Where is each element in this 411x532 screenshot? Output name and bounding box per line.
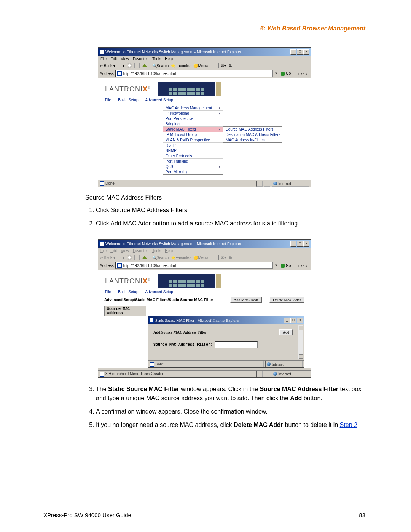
ie-menubar[interactable]: File Edit View Favorites Tools Help	[98, 56, 311, 62]
source-mac-filter-input[interactable]	[215, 341, 258, 348]
refresh-icon[interactable]	[134, 63, 140, 68]
ie-addressbar: Address http://192.168.1.10/frames.html …	[98, 69, 311, 78]
lantronix-logo: LANTRONIX®	[105, 85, 150, 93]
step-2-link[interactable]: Step 2	[340, 422, 357, 428]
stop-icon[interactable]	[127, 255, 132, 260]
maximize-button[interactable]: □	[297, 49, 303, 55]
submenu-source-mac-filters[interactable]: Source MAC Address Filters	[223, 127, 282, 132]
nav-basic-setup[interactable]: Basic Setup	[118, 290, 138, 294]
media-button[interactable]: 🟡Media	[193, 64, 208, 68]
close-button[interactable]: ×	[303, 241, 309, 247]
screenshot-1: Welcome to Ethernet Networks Switch Mana…	[43, 47, 365, 187]
menu-static-mac-filters[interactable]: Static MAC Filters	[163, 127, 223, 132]
forward-button[interactable]: → ▾	[118, 256, 124, 260]
menu-view[interactable]: View	[121, 57, 129, 61]
menu-file[interactable]: File	[100, 57, 107, 61]
menu-favorites[interactable]: Favorites	[133, 249, 148, 253]
menu-tools[interactable]: Tools	[152, 57, 161, 61]
address-input[interactable]: http://192.168.1.10/frames.html	[115, 262, 273, 269]
search-button[interactable]: 🔍Search	[152, 256, 169, 260]
menu-snmp[interactable]: SNMP	[163, 148, 223, 153]
history-icon[interactable]	[211, 63, 216, 68]
column-header-source-mac: Source MAC Address	[104, 306, 146, 316]
menu-other-protocols[interactable]: Other Protocols	[163, 153, 223, 159]
favorites-button[interactable]: ⭐Favorites	[171, 64, 191, 68]
print-icon[interactable]: 🖶	[228, 64, 232, 68]
ie-titlebar: Welcome to Ethernet Networks Switch Mana…	[98, 48, 311, 56]
menu-view[interactable]: View	[121, 249, 129, 253]
go-button[interactable]: Go	[279, 264, 292, 268]
address-input[interactable]: http://192.168.1.10/frames.html	[115, 70, 273, 77]
menu-help[interactable]: Help	[165, 57, 173, 61]
status-zone: Internet	[272, 181, 309, 187]
maximize-button[interactable]: □	[290, 318, 296, 323]
add-mac-addr-button[interactable]: Add MAC Addr	[230, 297, 262, 303]
menu-qos[interactable]: QoS	[163, 164, 223, 169]
menu-rstp[interactable]: RSTP	[163, 143, 223, 148]
screenshot-2: Welcome to Ethernet Networks Switch Mana…	[43, 239, 365, 378]
media-button[interactable]: 🟡Media	[193, 256, 208, 260]
globe-icon	[267, 362, 271, 366]
menu-mac-address-management[interactable]: MAC Address Management	[163, 105, 223, 111]
home-icon[interactable]	[142, 64, 147, 67]
menu-file[interactable]: File	[100, 249, 107, 253]
minimize-button[interactable]: _	[290, 49, 296, 55]
submenu-dest-mac-filters[interactable]: Destination MAC Address Filters	[223, 132, 282, 137]
nav-advanced-setup[interactable]: Advanced Setup	[145, 98, 173, 102]
menu-favorites[interactable]: Favorites	[133, 57, 148, 61]
back-button[interactable]: ⇦ Back ▾	[100, 256, 115, 260]
maximize-button[interactable]: □	[297, 241, 303, 247]
minimize-button[interactable]: _	[284, 318, 290, 323]
print-icon[interactable]: 🖶	[228, 256, 232, 260]
links-button[interactable]: Links »	[294, 264, 309, 268]
step-list-1: Click Source MAC Address Filters. Click …	[85, 206, 365, 228]
forward-button[interactable]: → ▾	[118, 64, 124, 68]
nav-basic-setup[interactable]: Basic Setup	[118, 98, 138, 102]
menu-edit[interactable]: Edit	[110, 249, 117, 253]
search-button[interactable]: 🔍Search	[152, 64, 169, 68]
add-button[interactable]: Add	[279, 329, 293, 335]
go-button[interactable]: Go	[279, 71, 292, 75]
close-button[interactable]: ×	[297, 318, 303, 323]
globe-icon	[273, 372, 277, 376]
section-heading: Source MAC Address Filters	[85, 194, 365, 201]
url-text: http://192.168.1.10/frames.html	[123, 264, 176, 268]
dialog-scrollbar[interactable]	[298, 325, 303, 359]
minimize-button[interactable]: _	[290, 241, 296, 247]
home-icon[interactable]	[142, 256, 147, 259]
address-dropdown[interactable]: ▼	[274, 264, 278, 267]
page-footer: XPress-Pro SW 94000 User Guide 83	[43, 512, 365, 518]
menu-vlan-pvid[interactable]: VLAN & PVID Perspective	[163, 137, 223, 143]
nav-file[interactable]: File	[105, 290, 111, 294]
dialog-title-text: Static Source MAC Filter - Microsoft Int…	[155, 318, 239, 323]
favorites-button[interactable]: ⭐Favorites	[171, 256, 191, 260]
delete-mac-addr-button[interactable]: Delete MAC Addr	[269, 297, 304, 303]
page-number: 83	[359, 512, 365, 518]
history-icon[interactable]	[211, 255, 216, 260]
stop-icon[interactable]	[127, 63, 132, 68]
menu-tools[interactable]: Tools	[152, 249, 161, 253]
submenu-mac-in-filters[interactable]: MAC Address In-Filters	[223, 137, 282, 142]
ie-menubar-2[interactable]: File Edit View Favorites Tools Help	[98, 248, 311, 254]
mail-icon[interactable]: ✉▾	[221, 256, 226, 260]
menu-port-perspective[interactable]: Port Perspective	[163, 116, 223, 121]
close-button[interactable]: ×	[303, 49, 309, 55]
nav-file[interactable]: File	[105, 98, 111, 102]
nav-advanced-setup[interactable]: Advanced Setup	[145, 290, 173, 294]
menu-port-trunking[interactable]: Port Trunking	[163, 159, 223, 164]
switch-side-label	[216, 82, 221, 96]
menu-ip-multicast-group[interactable]: IP Multicast Group	[163, 132, 223, 137]
menu-help[interactable]: Help	[165, 249, 173, 253]
ie-title-text: Welcome to Ethernet Networks Switch Mana…	[105, 50, 241, 54]
address-dropdown[interactable]: ▼	[274, 72, 278, 75]
status-text: 3 Hierarchical Menu Trees Created	[105, 372, 164, 376]
menu-bridging[interactable]: Bridging	[163, 121, 223, 127]
menu-edit[interactable]: Edit	[110, 57, 117, 61]
step-5: If you no longer need a source MAC addre…	[96, 420, 365, 429]
mail-icon[interactable]: ✉▾	[221, 64, 226, 68]
menu-ip-networking[interactable]: IP Networking	[163, 111, 223, 116]
menu-port-mirroring[interactable]: Port Mirroring	[163, 169, 223, 175]
back-button[interactable]: ⇦ Back ▾	[100, 64, 115, 68]
links-button[interactable]: Links »	[294, 72, 309, 76]
refresh-icon[interactable]	[134, 255, 140, 260]
